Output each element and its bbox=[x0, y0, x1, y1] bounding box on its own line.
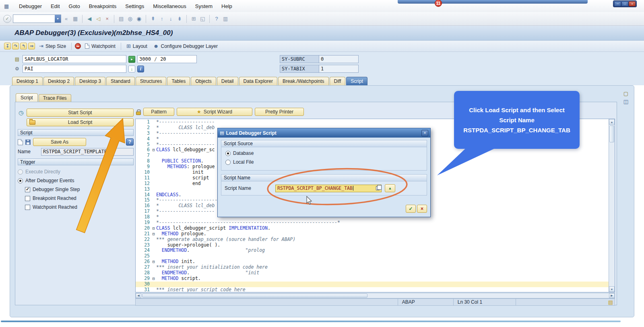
code-line-30[interactable]: 30 bbox=[136, 282, 609, 287]
configure-debugger-layer-button[interactable]: ☻ Configure Debugger Layer bbox=[151, 42, 220, 50]
code-line-31[interactable]: 31*** insert your script code here bbox=[136, 287, 609, 292]
new-session-icon[interactable]: ⊞ bbox=[190, 15, 198, 23]
menu-help[interactable]: Help bbox=[217, 2, 237, 10]
tab-tables[interactable]: Tables bbox=[167, 77, 190, 85]
pattern-button[interactable]: Pattern bbox=[143, 108, 174, 116]
fold-marker[interactable]: ⊟ bbox=[151, 259, 156, 265]
event-field[interactable]: PAI bbox=[23, 65, 126, 73]
shortcut-icon[interactable]: ◱ bbox=[198, 15, 206, 23]
print-icon[interactable]: ▤ bbox=[117, 15, 125, 23]
find-next-icon[interactable]: ◉ bbox=[135, 15, 143, 23]
radio-database[interactable]: Database bbox=[225, 149, 423, 158]
code-line-19[interactable]: 19*-------------------------------------… bbox=[136, 220, 609, 226]
help-icon[interactable]: ? bbox=[213, 15, 221, 23]
step-return-icon[interactable]: ↰ bbox=[20, 43, 27, 49]
code-line-25[interactable]: 25 bbox=[136, 253, 609, 259]
tab-desktop-2[interactable]: Desktop 2 bbox=[43, 77, 74, 85]
dialog-close-button[interactable]: × bbox=[421, 130, 428, 136]
subtab-trace-files[interactable]: Trace Files bbox=[39, 94, 71, 102]
last-page-icon[interactable]: ⇟ bbox=[175, 15, 184, 23]
save-as-button[interactable]: Save As bbox=[33, 138, 86, 146]
menu-edit[interactable]: Edit bbox=[46, 2, 64, 10]
tab-script[interactable]: Script bbox=[346, 77, 367, 85]
gui-settings-icon[interactable]: ▥ bbox=[221, 15, 229, 23]
code-line-24[interactable]: 24 ENDMETHOD. "prolog bbox=[136, 248, 609, 253]
back-icon[interactable]: ◀ bbox=[85, 15, 93, 23]
confirm-button[interactable]: ✓ bbox=[406, 205, 416, 213]
radio-execute-directly[interactable]: Execute Directly bbox=[18, 167, 134, 176]
tab-structures[interactable]: Structures bbox=[136, 77, 167, 85]
tab-standard[interactable]: Standard bbox=[106, 77, 135, 85]
tab-desktop-1[interactable]: Desktop 1 bbox=[12, 77, 43, 85]
vertical-scrollbar[interactable]: ▲ ▼ bbox=[609, 119, 615, 292]
checkbox-debugger-single-step[interactable]: Debugger Single Step bbox=[18, 185, 134, 194]
code-line-26[interactable]: 26⊟ METHOD init. bbox=[136, 259, 609, 265]
cancel-icon[interactable]: × bbox=[103, 15, 111, 23]
fold-marker[interactable]: ⊟ bbox=[151, 276, 156, 282]
menu-settings[interactable]: Settings bbox=[121, 2, 149, 10]
tab-break-watchpoints[interactable]: Break./Watchpoints bbox=[278, 77, 329, 85]
prev-page-icon[interactable]: ↑ bbox=[158, 15, 166, 23]
script-name-input[interactable]: RSTPDA_SCRIPT_BP_CHANGE_TAB bbox=[275, 185, 382, 192]
code-line-27[interactable]: 27*** insert your initialization code he… bbox=[136, 265, 609, 270]
fold-marker[interactable]: ⊟ bbox=[151, 147, 156, 153]
fold-marker[interactable]: ⊟ bbox=[151, 226, 156, 231]
scroll-down-icon[interactable]: ▼ bbox=[609, 286, 615, 292]
code-line-20[interactable]: 20⊟CLASS lcl_debugger_script IMPLEMENTAT… bbox=[136, 226, 609, 231]
save-icon[interactable] bbox=[25, 140, 31, 145]
exit-icon[interactable]: ◁ bbox=[94, 15, 102, 23]
copy-icon[interactable] bbox=[376, 186, 380, 190]
maximize-button[interactable]: □ bbox=[621, 1, 628, 6]
radio-local-file[interactable]: Local File bbox=[225, 158, 423, 167]
radio-after-debugger-events[interactable]: After Debugger Events bbox=[18, 176, 134, 185]
script-help-icon[interactable]: ? bbox=[126, 138, 134, 146]
code-line-28[interactable]: 28 ENDMETHOD. "init bbox=[136, 270, 609, 276]
continue-icon[interactable]: ⇒ bbox=[28, 43, 35, 49]
tab-data-explorer[interactable]: Data Explorer bbox=[239, 77, 277, 85]
scrollbar-thumb[interactable] bbox=[609, 125, 614, 142]
menu-breakpoints[interactable]: Breakpoints bbox=[85, 2, 121, 10]
browse-script-button[interactable]: ▲ bbox=[385, 184, 395, 192]
scroll-left-icon[interactable]: ◀ bbox=[136, 293, 141, 298]
checkbox-watchpoint-reached[interactable]: Watchpoint Reached bbox=[18, 203, 134, 212]
menu-system[interactable]: System bbox=[191, 2, 217, 10]
step-size-button[interactable]: ⇥ Step Size bbox=[37, 42, 68, 50]
close-button[interactable]: × bbox=[629, 1, 636, 6]
scroll-right-icon[interactable]: ▶ bbox=[609, 293, 615, 298]
line-field[interactable]: 3000 / 20 bbox=[137, 55, 197, 63]
command-dropdown-icon[interactable]: ▼ bbox=[55, 15, 61, 23]
tab-desktop-3[interactable]: Desktop 3 bbox=[75, 77, 105, 85]
code-line-22[interactable]: 22*** generate abap_source (source handl… bbox=[136, 237, 609, 243]
command-field[interactable]: ▼ bbox=[13, 14, 61, 23]
find-icon[interactable]: ◎ bbox=[126, 15, 134, 23]
tab-detail[interactable]: Detail bbox=[217, 77, 238, 85]
scroll-up-icon[interactable]: ▲ bbox=[609, 119, 615, 125]
code-line-23[interactable]: 23 super->prologue( ). bbox=[136, 243, 609, 248]
collapse-icon[interactable]: « bbox=[65, 16, 68, 22]
new-document-icon[interactable] bbox=[18, 139, 23, 145]
code-line-29[interactable]: 29⊟ METHOD script. bbox=[136, 276, 609, 282]
watchpoint-stop-icon[interactable] bbox=[75, 43, 81, 49]
new-script-icon[interactable]: ▢ bbox=[623, 90, 628, 97]
jump-icon[interactable]: ↓ bbox=[128, 66, 135, 72]
command-input[interactable] bbox=[13, 19, 55, 19]
program-field[interactable]: SAPLBUS_LOCATOR bbox=[23, 55, 126, 63]
log-icon[interactable]: ▤ bbox=[608, 299, 613, 305]
first-page-icon[interactable]: ⇞ bbox=[149, 15, 157, 23]
panel-layout-icon[interactable]: ◫ bbox=[623, 99, 628, 105]
menu-miscellaneous[interactable]: Miscellaneous bbox=[149, 2, 190, 10]
script-wizard-button[interactable]: ★ Script Wizard bbox=[177, 108, 252, 116]
load-script-button[interactable]: Load Script bbox=[27, 118, 134, 126]
system-menu-icon[interactable]: ▦ bbox=[4, 3, 11, 9]
menu-debugger[interactable]: Debugger bbox=[14, 2, 46, 10]
horizontal-scrollbar[interactable]: ◀ ▶ bbox=[135, 293, 615, 298]
script-template-name-field[interactable]: RSTPDA_SCRIPT_TEMPLATE bbox=[41, 148, 134, 156]
start-script-button[interactable]: Start Script bbox=[27, 109, 134, 117]
step-into-icon[interactable]: ↧ bbox=[4, 43, 11, 49]
enter-icon[interactable]: ✓ bbox=[3, 15, 11, 23]
minimize-button[interactable]: ─ bbox=[614, 1, 621, 6]
layout-button[interactable]: ⊞ Layout bbox=[124, 42, 149, 50]
fold-marker[interactable]: ⊟ bbox=[151, 231, 156, 237]
menu-goto[interactable]: Goto bbox=[64, 2, 85, 10]
tab-diff[interactable]: Diff bbox=[330, 77, 346, 85]
